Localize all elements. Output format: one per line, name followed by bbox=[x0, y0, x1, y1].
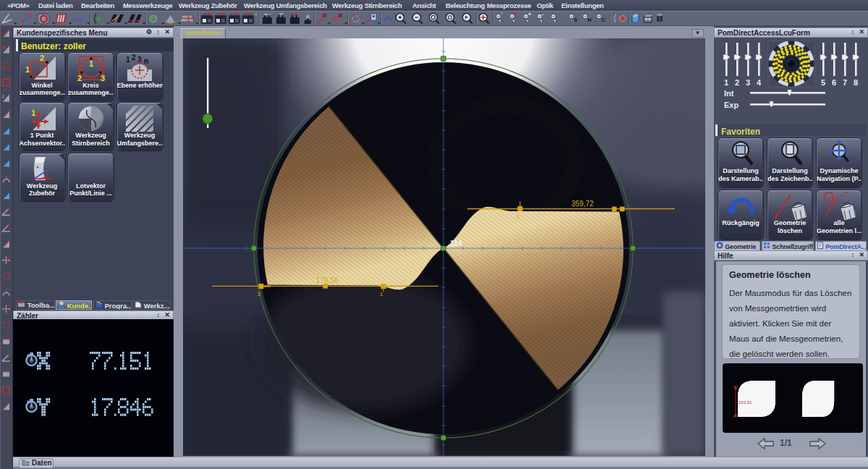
svg-text:7: 7 bbox=[843, 78, 847, 87]
svg-text:179,56: 179,56 bbox=[316, 276, 339, 284]
svg-text:6: 6 bbox=[832, 78, 836, 87]
svg-text:2: 2 bbox=[132, 54, 136, 62]
svg-text:2: 2 bbox=[735, 78, 739, 87]
svg-text:2: 2 bbox=[617, 214, 621, 221]
svg-text:2: 2 bbox=[77, 74, 82, 83]
svg-text:5: 5 bbox=[821, 78, 825, 87]
svg-text:220,61: 220,61 bbox=[739, 400, 752, 405]
svg-text:8: 8 bbox=[854, 78, 858, 87]
svg-text:2: 2 bbox=[40, 54, 44, 62]
svg-text:2: 2 bbox=[2, 94, 4, 98]
svg-text:1: 1 bbox=[89, 59, 93, 68]
svg-text:P: P bbox=[465, 15, 469, 20]
svg-text:+: + bbox=[528, 11, 532, 17]
svg-text:Int: Int bbox=[724, 89, 734, 98]
svg-text:1: 1 bbox=[724, 78, 728, 87]
svg-text:1: 1 bbox=[126, 56, 130, 64]
svg-text:1: 1 bbox=[516, 214, 520, 220]
svg-text:3: 3 bbox=[101, 74, 105, 83]
svg-text:2: 2 bbox=[258, 291, 261, 297]
svg-text:Exp: Exp bbox=[724, 101, 739, 109]
svg-text:1: 1 bbox=[380, 291, 383, 297]
svg-text:3: 3 bbox=[746, 78, 750, 87]
svg-text:,114: ,114 bbox=[448, 239, 462, 248]
svg-text:4: 4 bbox=[757, 78, 762, 87]
svg-text:359,72: 359,72 bbox=[571, 200, 594, 208]
svg-text:1: 1 bbox=[25, 65, 30, 74]
svg-text:H: H bbox=[588, 17, 592, 22]
svg-text:C: C bbox=[602, 17, 605, 22]
svg-text:1: 1 bbox=[31, 109, 35, 117]
svg-text:S: S bbox=[574, 17, 578, 22]
